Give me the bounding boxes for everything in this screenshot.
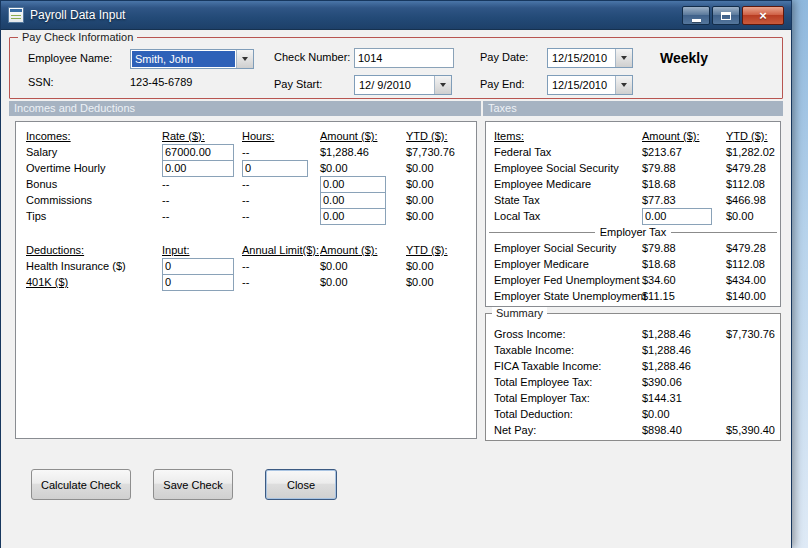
calculate-check-button[interactable]: Calculate Check bbox=[31, 469, 131, 500]
tax-label: Employer Medicare bbox=[486, 258, 642, 270]
salary-rate-input[interactable] bbox=[162, 144, 234, 161]
income-rate: -- bbox=[162, 178, 242, 190]
payroll-window: Payroll Data Input × Pay Check Informati… bbox=[0, 0, 792, 548]
chevron-down-icon bbox=[621, 83, 627, 87]
tax-row-local: Local Tax $0.00 bbox=[486, 208, 780, 224]
summary-row-total-deduction: Total Deduction: $0.00 bbox=[486, 406, 780, 422]
tax-row-employer-fed-unemployment: Employer Fed Unemployment $34.60 $434.00 bbox=[486, 272, 780, 288]
pay-start-dropdown-button[interactable] bbox=[434, 76, 451, 94]
overtime-rate-input[interactable] bbox=[162, 160, 234, 177]
tax-amount: $34.60 bbox=[642, 274, 726, 286]
pay-start-label: Pay Start: bbox=[274, 78, 322, 90]
income-rate: -- bbox=[162, 210, 242, 222]
income-ytd: $0.00 bbox=[406, 194, 476, 206]
tax-ytd: $466.98 bbox=[726, 194, 780, 206]
summary-amount: $144.31 bbox=[642, 392, 726, 404]
tips-amount-input[interactable] bbox=[320, 208, 386, 225]
ytd-col-header: YTD ($): bbox=[406, 130, 476, 142]
income-hours: -- bbox=[242, 194, 320, 206]
chevron-down-icon bbox=[440, 83, 446, 87]
employee-name-value: Smith, John bbox=[132, 51, 235, 67]
income-rate: -- bbox=[162, 194, 242, 206]
summary-row-net-pay: Net Pay: $898.40 $5,390.40 bbox=[486, 422, 780, 438]
tax-ytd: $479.28 bbox=[726, 242, 780, 254]
incomes-col-header: Incomes: bbox=[16, 130, 162, 142]
close-window-button[interactable]: × bbox=[742, 6, 784, 25]
summary-label: Gross Income: bbox=[486, 328, 642, 340]
minimize-icon bbox=[692, 19, 701, 22]
tax-amount: $18.68 bbox=[642, 258, 726, 270]
paycheck-group-title: Pay Check Information bbox=[18, 31, 137, 43]
income-hours: -- bbox=[242, 178, 320, 190]
rate-col-header: Rate ($): bbox=[162, 130, 242, 142]
tax-label: Federal Tax bbox=[486, 146, 642, 158]
pay-end-picker[interactable]: 12/15/2010 bbox=[547, 75, 633, 95]
incomes-deductions-band: Incomes and Deductions bbox=[9, 101, 481, 116]
summary-label: Taxable Income: bbox=[486, 344, 642, 356]
check-number-label: Check Number: bbox=[274, 51, 350, 63]
employee-name-dropdown-button[interactable] bbox=[236, 50, 253, 68]
check-number-input[interactable] bbox=[354, 48, 454, 68]
local-tax-input[interactable] bbox=[642, 208, 712, 225]
pay-end-dropdown-button[interactable] bbox=[615, 76, 632, 94]
deduction-row-401k: 401K ($) -- $0.00 $0.00 bbox=[16, 274, 476, 290]
incomes-deductions-panel: Incomes: Rate ($): Hours: Amount ($): YT… bbox=[15, 121, 477, 439]
401k-input[interactable] bbox=[162, 274, 234, 291]
close-icon: × bbox=[759, 9, 767, 22]
bonus-amount-input[interactable] bbox=[320, 176, 386, 193]
commissions-amount-input[interactable] bbox=[320, 192, 386, 209]
income-row-overtime: Overtime Hourly $0.00 $0.00 bbox=[16, 160, 476, 176]
summary-label: Total Deduction: bbox=[486, 408, 642, 420]
income-ytd: $0.00 bbox=[406, 178, 476, 190]
summary-label: FICA Taxable Income: bbox=[486, 360, 642, 372]
summary-amount: $390.06 bbox=[642, 376, 726, 388]
income-hours: -- bbox=[242, 146, 320, 158]
save-check-button[interactable]: Save Check bbox=[153, 469, 233, 500]
tax-label: Employee Social Security bbox=[486, 162, 642, 174]
app-icon bbox=[8, 7, 24, 23]
taxes-panel: Items: Amount ($): YTD ($): Federal Tax … bbox=[485, 121, 781, 307]
deduction-limit: -- bbox=[242, 260, 320, 272]
deduction-row-health-insurance: Health Insurance ($) -- $0.00 $0.00 bbox=[16, 258, 476, 274]
close-button[interactable]: Close bbox=[265, 469, 337, 500]
tax-row-employee-ss: Employee Social Security $79.88 $479.28 bbox=[486, 160, 780, 176]
overtime-hours-input[interactable] bbox=[242, 160, 308, 177]
summary-label: Total Employee Tax: bbox=[486, 376, 642, 388]
window-title: Payroll Data Input bbox=[30, 8, 125, 22]
pay-end-value: 12/15/2010 bbox=[548, 76, 615, 94]
client-area: Pay Check Information Employee Name: Smi… bbox=[1, 31, 791, 548]
hours-col-header: Hours: bbox=[242, 130, 320, 142]
deduction-limit: -- bbox=[242, 276, 320, 288]
deduction-amount: $0.00 bbox=[320, 276, 406, 288]
employer-tax-divider-label: Employer Tax bbox=[595, 226, 671, 238]
tax-label: Employee Medicare bbox=[486, 178, 642, 190]
income-label: Overtime Hourly bbox=[16, 162, 162, 174]
taxes-header-row: Items: Amount ($): YTD ($): bbox=[486, 128, 780, 144]
employer-tax-divider: Employer Tax bbox=[489, 224, 777, 240]
income-label: Bonus bbox=[16, 178, 162, 190]
health-insurance-input[interactable] bbox=[162, 258, 234, 275]
pay-date-dropdown-button[interactable] bbox=[615, 49, 632, 67]
tax-amount: $213.67 bbox=[642, 146, 726, 158]
income-ytd: $7,730.76 bbox=[406, 146, 476, 158]
income-row-tips: Tips -- -- $0.00 bbox=[16, 208, 476, 224]
ytd-col-header: YTD ($): bbox=[726, 130, 780, 142]
summary-row-gross: Gross Income: $1,288.46 $7,730.76 bbox=[486, 326, 780, 342]
titlebar[interactable]: Payroll Data Input × bbox=[1, 1, 791, 30]
pay-date-picker[interactable]: 12/15/2010 bbox=[547, 48, 633, 68]
chevron-down-icon bbox=[242, 57, 248, 61]
employee-name-select[interactable]: Smith, John bbox=[130, 49, 254, 69]
summary-label: Total Employer Tax: bbox=[486, 392, 642, 404]
tax-label: Employer State Unemployment bbox=[486, 290, 642, 302]
maximize-button[interactable] bbox=[712, 6, 740, 25]
tax-amount: $18.68 bbox=[642, 178, 726, 190]
deductions-header-row: Deductions: Input: Annual Limit($): Amou… bbox=[16, 242, 476, 258]
amount-col-header: Amount ($): bbox=[320, 244, 406, 256]
deduction-401k-link[interactable]: 401K ($) bbox=[16, 276, 162, 288]
income-amount: $1,288.46 bbox=[320, 146, 406, 158]
tax-ytd: $434.00 bbox=[726, 274, 780, 286]
summary-row-total-employer-tax: Total Employer Tax: $144.31 bbox=[486, 390, 780, 406]
minimize-button[interactable] bbox=[682, 6, 710, 25]
taxes-band: Taxes bbox=[483, 101, 783, 116]
pay-start-picker[interactable]: 12/ 9/2010 bbox=[354, 75, 452, 95]
